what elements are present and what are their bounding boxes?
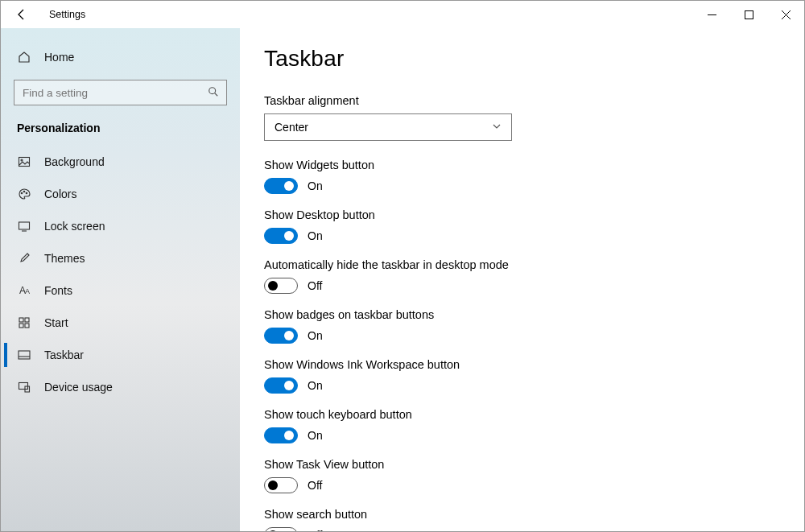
- sidebar-item-label: Colors: [44, 188, 76, 200]
- sidebar-item-label: Start: [44, 316, 68, 329]
- setting-label: Show Windows Ink Workspace button: [264, 358, 780, 371]
- setting-label: Show search button: [264, 508, 780, 521]
- toggle-switch[interactable]: [264, 527, 298, 531]
- window-controls: [693, 1, 804, 28]
- sidebar-item-colors[interactable]: Colors: [9, 179, 232, 209]
- setting-row: Automatically hide the taskbar in deskto…: [264, 258, 780, 294]
- svg-point-7: [21, 159, 23, 161]
- palette-icon: [17, 188, 31, 200]
- minimize-button[interactable]: [693, 1, 730, 28]
- toggle-state: Off: [308, 529, 322, 531]
- toggle-switch[interactable]: [264, 328, 298, 344]
- sidebar-section: Personalization: [6, 117, 235, 146]
- sidebar-item-label: Fonts: [44, 284, 72, 297]
- svg-point-8: [21, 192, 23, 194]
- setting-row: Show search buttonOff: [264, 508, 780, 531]
- device-usage-icon: [17, 381, 31, 394]
- toggle-state: On: [308, 379, 323, 392]
- svg-rect-14: [25, 318, 29, 322]
- sidebar-item-background[interactable]: Background: [9, 146, 232, 177]
- sidebar-item-fonts[interactable]: AA Fonts: [9, 275, 232, 306]
- svg-point-4: [209, 88, 216, 94]
- toggle-state: Off: [308, 479, 322, 492]
- sidebar-home-label: Home: [44, 51, 74, 64]
- sidebar-item-themes[interactable]: Themes: [9, 243, 232, 274]
- content-area: Taskbar Taskbar alignment Center Show Wi…: [240, 28, 804, 531]
- lock-screen-icon: [17, 220, 31, 233]
- sidebar-item-lock-screen[interactable]: Lock screen: [9, 211, 232, 241]
- taskbar-alignment-dropdown[interactable]: Center: [264, 113, 512, 141]
- setting-label: Show badges on taskbar buttons: [264, 308, 780, 321]
- titlebar: Settings: [1, 1, 804, 28]
- taskbar-icon: [17, 350, 31, 360]
- toggle-state: On: [308, 329, 323, 342]
- sidebar: Home Personalization Background Colors L…: [1, 28, 240, 531]
- setting-row: Show Desktop buttonOn: [264, 208, 780, 244]
- maximize-button[interactable]: [730, 1, 767, 28]
- toggle-switch[interactable]: [264, 228, 298, 244]
- toggle-switch[interactable]: [264, 178, 298, 194]
- chevron-down-icon: [492, 121, 502, 134]
- setting-label: Automatically hide the taskbar in deskto…: [264, 258, 780, 271]
- dropdown-label: Taskbar alignment: [264, 94, 780, 107]
- toggle-switch[interactable]: [264, 278, 298, 294]
- svg-point-10: [26, 192, 27, 194]
- start-icon: [17, 317, 31, 328]
- sidebar-item-taskbar[interactable]: Taskbar: [9, 340, 232, 370]
- setting-row: Show Task View buttonOff: [264, 458, 780, 493]
- setting-row: Show touch keyboard buttonOn: [264, 408, 780, 443]
- home-icon: [17, 51, 31, 64]
- back-button[interactable]: [15, 8, 28, 21]
- toggle-state: On: [308, 229, 323, 242]
- window-title: Settings: [49, 9, 85, 20]
- sidebar-item-label: Taskbar: [44, 348, 84, 361]
- brush-icon: [17, 252, 31, 265]
- setting-row: Show Widgets buttonOn: [264, 159, 780, 194]
- fonts-icon: AA: [17, 285, 31, 296]
- sidebar-item-label: Background: [44, 155, 105, 168]
- search-icon: [208, 86, 219, 101]
- sidebar-home[interactable]: Home: [9, 42, 232, 72]
- close-button[interactable]: [767, 1, 804, 28]
- svg-rect-11: [19, 222, 30, 229]
- svg-rect-15: [19, 324, 23, 328]
- setting-label: Show Widgets button: [264, 159, 780, 171]
- svg-rect-1: [745, 10, 753, 19]
- toggle-state: On: [308, 179, 323, 192]
- sidebar-item-label: Device usage: [44, 381, 113, 394]
- sidebar-item-start[interactable]: Start: [9, 307, 232, 338]
- toggle-state: Off: [308, 279, 322, 292]
- picture-icon: [17, 155, 31, 168]
- toggle-state: On: [308, 429, 323, 442]
- svg-line-5: [215, 93, 218, 97]
- svg-rect-17: [19, 351, 30, 359]
- setting-label: Show Desktop button: [264, 208, 780, 221]
- sidebar-item-label: Lock screen: [44, 220, 105, 233]
- setting-label: Show Task View button: [264, 458, 780, 471]
- svg-point-9: [23, 191, 25, 192]
- setting-row: Show badges on taskbar buttonsOn: [264, 308, 780, 344]
- setting-label: Show touch keyboard button: [264, 408, 780, 421]
- settings-window: Settings Home Personalization Background: [0, 0, 805, 532]
- search-input[interactable]: [14, 80, 227, 105]
- toggle-switch[interactable]: [264, 427, 298, 443]
- page-title: Taskbar: [264, 46, 780, 72]
- sidebar-item-device-usage[interactable]: Device usage: [9, 372, 232, 402]
- search-field[interactable]: [14, 80, 227, 105]
- toggle-switch[interactable]: [264, 477, 298, 493]
- toggle-switch[interactable]: [264, 377, 298, 394]
- setting-row: Show Windows Ink Workspace buttonOn: [264, 358, 780, 394]
- svg-rect-13: [19, 318, 23, 322]
- dropdown-value: Center: [275, 121, 308, 134]
- svg-rect-16: [25, 324, 29, 328]
- sidebar-item-label: Themes: [44, 252, 85, 265]
